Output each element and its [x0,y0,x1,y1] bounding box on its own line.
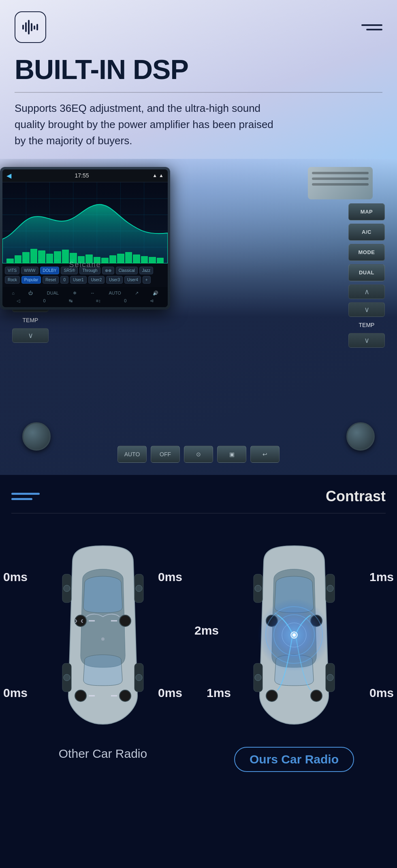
screen-inner: ◀ 17:55 ▲ ▲ [2,169,168,307]
frost-icon: ❄ [73,291,77,296]
bottom-divider [11,513,386,513]
screen-outer: ◀ 17:55 ▲ ▲ [0,167,170,310]
car-image-area: CLIMA AUDIO ❄ ↻ ∧ ∨ TEMP ∨ MAP A/C MODE … [0,159,397,475]
svg-rect-1 [25,22,27,32]
page-title: BUILT-IN DSP [15,54,382,85]
user1-btn[interactable]: User1 [70,276,87,284]
user4-btn[interactable]: User4 [124,276,141,284]
other-timing-bot-left: 0ms [3,686,28,700]
svg-point-27 [64,674,70,681]
freq-bar [38,250,45,263]
map-button[interactable]: MAP [348,203,385,220]
recirculate-btn[interactable]: ↩ [250,446,280,463]
dolby-btn[interactable]: DOLBY [40,267,60,274]
contrast-line-2 [11,498,32,500]
defrost-btn[interactable]: ⊙ [184,446,213,463]
bottom-buttons: AUTO OFF ⊙ ▣ ↩ [117,446,280,463]
dual-button[interactable]: DUAL [348,264,385,281]
mode-button[interactable]: MODE [348,244,385,261]
ours-timing-bot-right: 0ms [369,686,394,700]
logo-box[interactable] [15,11,46,43]
off-btn[interactable]: OFF [151,446,180,463]
add-btn[interactable]: + [143,276,151,284]
zero2-label: 0 [43,298,45,303]
cars-comparison: 0ms 0ms 0ms 0ms [11,530,386,772]
vent-slat [312,172,369,174]
other-car-label-wrap: Other Car Radio [59,747,147,761]
freq-bar [22,252,30,263]
right-knob-area [346,422,375,451]
temp-down-button[interactable]: ∨ [12,328,49,343]
left-knob[interactable] [22,422,51,451]
right-down-button[interactable]: ∨ [348,302,385,317]
power-icon: ⏻ [28,291,33,295]
right-up-button[interactable]: ∧ [348,284,385,299]
classical-btn[interactable]: Classical [116,267,138,274]
right-temp-label: TEMP [348,320,385,330]
audio-waveform-icon [20,17,41,38]
rear-defrost-btn[interactable]: ▣ [217,446,246,463]
eq-area: 20 40 80 160 320 [2,182,168,263]
back-arrow-icon[interactable]: ◀ [6,172,11,180]
ours-timing-mid-left: 2ms [194,624,219,637]
right-control-panel: MAP A/C MODE DUAL ∧ ∨ TEMP ∨ [348,203,385,348]
svg-point-40 [255,585,261,592]
svg-point-41 [327,585,333,592]
other-timing-top-left: 0ms [3,570,28,584]
vol2-icon: ⊲ [150,298,154,304]
svg-text:›: › [75,616,77,626]
svg-point-42 [255,674,261,681]
freq-bar [141,256,148,263]
ours-car-label[interactable]: Ours Car Radio [234,747,354,772]
www-btn[interactable]: WWW [21,267,38,274]
seicane-watermark: Seicane [69,261,101,269]
zero-btn[interactable]: 0 [60,276,68,284]
menu-button[interactable] [361,24,382,30]
user2-btn[interactable]: User2 [88,276,105,284]
user3-btn[interactable]: User3 [106,276,123,284]
reset-btn[interactable]: Reset [43,276,59,284]
svg-point-47 [311,690,322,701]
svg-point-31 [75,690,86,701]
page-title-section: BUILT-IN DSP [0,47,397,88]
other-timing-bot-right: 0ms [158,686,182,700]
screen-status-icons: ▲ ▲ [152,173,164,178]
other-car-card: 0ms 0ms 0ms 0ms [11,530,194,761]
svg-rect-2 [28,20,30,34]
popular-btn[interactable]: Popular [21,276,41,284]
auto-label: AUTO [109,291,121,295]
right-knob[interactable] [346,422,375,451]
freq-bar [54,251,61,263]
rock-btn[interactable]: Rock [5,276,20,284]
extra-btn[interactable]: ⊕⊕ [102,267,114,274]
right-temp-down-button[interactable]: ∨ [348,333,385,348]
ac-button[interactable]: A/C [348,224,385,241]
flow-icon: ↔ [90,291,95,295]
other-car-top-view: 0ms 0ms 0ms 0ms [11,530,194,740]
contrast-line-1 [11,493,40,495]
auto-btn[interactable]: AUTO [117,446,147,463]
svg-rect-5 [36,24,38,30]
hamburger-line-1 [361,24,382,26]
other-car-shape-wrap: › › [50,542,156,728]
dsp-bottom-row-2: ◁ 0 ↹ ≡↕ 0 ⊲ [5,297,165,305]
top-section: BUILT-IN DSP Supports 36EQ adjustment, a… [0,0,397,475]
freq-bar [15,255,22,263]
svg-point-32 [120,690,131,701]
ours-car-top-view: 2ms 1ms 1ms 0ms [203,530,386,740]
dsp-bottom: ⌂ ⏻ DUAL ❄ ↔ AUTO ↗ 🔊 ◁ 0 ↹ [2,287,168,307]
contrast-lines [11,493,40,500]
svg-point-28 [136,674,142,681]
arrow-icon: ↗ [135,291,139,296]
jazz-btn[interactable]: Jazz [139,267,154,274]
freq-bar [125,252,132,263]
freq-bar [117,254,124,263]
vits-btn[interactable]: VITS [5,267,19,274]
vol-icon: 🔊 [153,291,158,296]
freq-bar [6,259,14,263]
home-icon: ⌂ [12,291,15,295]
ours-timing-bot-left: 1ms [207,686,231,700]
ours-car-label-wrap: Ours Car Radio [234,747,354,772]
freq-bar [101,258,109,263]
svg-rect-3 [31,23,32,31]
